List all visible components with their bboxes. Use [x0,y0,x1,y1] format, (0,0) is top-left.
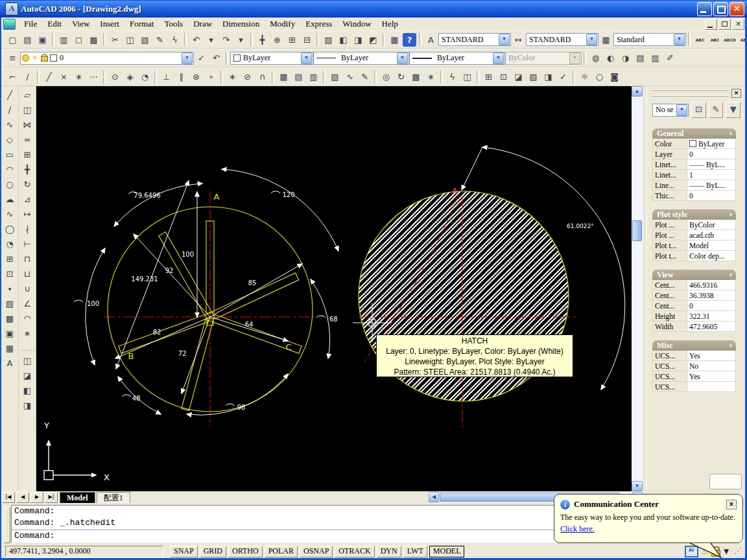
toggle-otrack[interactable]: OTRACK [335,546,374,557]
find-replace-icon[interactable]: ABC [708,33,722,47]
select-objects-button[interactable]: ✎ [709,102,724,118]
menu-tools[interactable]: Tools [159,18,188,30]
snap-parallel-icon[interactable]: ∥ [174,70,188,84]
zoom-previous-icon[interactable]: ⊟ [300,33,314,47]
line-icon[interactable]: ╱ [3,88,17,102]
bring-above-objects-icon[interactable]: ◧ [21,384,34,397]
lineweight-combo[interactable]: ByLayer ▼ [409,52,505,65]
chevron-down-icon[interactable]: ▼ [182,52,193,64]
snap-node-icon[interactable]: ∘ [204,70,218,84]
multiline-text-icon[interactable]: A [3,356,17,370]
copy-icon[interactable]: ◫ [123,33,137,47]
first-tab-icon[interactable]: |◀ [2,492,15,503]
chevron-down-icon[interactable]: ▼ [674,34,685,45]
toggle-polar[interactable]: POLAR [265,546,298,557]
menu-view[interactable]: View [67,18,95,30]
zoom-realtime-icon[interactable]: ⊕ [270,33,284,47]
region-icon[interactable]: ▣ [3,327,17,340]
snap-nearest-icon[interactable]: ∗ [226,70,239,84]
property-value-plot-t[interactable]: Color dep... [687,251,736,261]
next-tab-icon[interactable]: ▶ [30,492,43,503]
polyline-icon[interactable]: ∿ [3,118,17,132]
property-value-width[interactable]: 472.9605 [687,321,736,332]
command-window-grip[interactable] [4,507,10,543]
table-style-combo[interactable]: Standard ▼ [613,33,686,46]
sheet-set-manager-icon[interactable]: ◨ [351,33,365,47]
collapse-chevron-icon[interactable]: » [725,274,735,277]
chamfer-icon[interactable]: ∠ [21,297,34,310]
toggle-grid[interactable]: GRID [200,546,226,557]
arc-icon[interactable]: ◠ [3,163,17,176]
redo-list-icon[interactable]: ▾ [234,33,248,47]
bring-to-front-icon[interactable]: ◫ [21,354,34,368]
menu-window[interactable]: Window [337,18,376,30]
ellipse-arc-icon[interactable]: ◔ [3,237,17,251]
undo-icon[interactable]: ↶ [189,33,203,47]
construction-line-icon[interactable]: ∕ [3,103,17,117]
menu-file[interactable]: File [19,18,42,30]
toggle-ortho[interactable]: ORTHO [228,546,263,557]
section-header-view[interactable]: View» [652,270,736,280]
collapse-chevron-icon[interactable]: » [725,213,735,216]
section-header-general[interactable]: General» [652,128,736,139]
layer-previous-icon[interactable]: ↶ [209,51,223,65]
chevron-down-icon[interactable]: ▼ [586,34,597,45]
trim-icon[interactable]: ∤ [21,222,34,236]
explode-icon[interactable]: ∗ [21,327,34,340]
chevron-down-icon[interactable]: ▼ [676,104,687,116]
circle-icon[interactable]: ○ [3,178,17,191]
chevron-down-icon[interactable]: ▼ [301,52,312,64]
redraw-icon[interactable]: ∗ [424,70,438,84]
snap-insert-icon[interactable]: ⊛ [189,70,203,84]
make-object-layer-current-icon[interactable]: ✓ [195,51,208,65]
property-value-ucs[interactable]: Yes [687,371,736,382]
menu-format[interactable]: Format [124,18,160,30]
snap-apparent-intersection-icon[interactable]: ∗ [72,70,86,84]
field-icon[interactable]: ▤ [292,70,305,84]
point-icon[interactable]: ∙ [3,282,17,296]
new-drawing-icon[interactable]: ▢ [6,33,19,47]
padlock-icon[interactable]: ◙ [608,70,621,84]
dim-style-combo[interactable]: STANDARD ▼ [526,33,599,46]
property-value-linet[interactable]: —— ByL... [687,159,736,170]
menu-draw[interactable]: Draw [188,18,217,30]
properties-palette-icon[interactable]: ▨ [322,33,335,47]
property-value-ucs[interactable] [687,382,736,392]
help-icon[interactable]: ? [403,33,416,47]
menu-insert[interactable]: Insert [95,18,124,30]
minimize-button[interactable] [697,2,712,16]
tab-model[interactable]: Model [60,492,95,503]
markup-set-manager-icon[interactable]: ◩ [366,33,380,47]
property-value-plot[interactable]: ByColor [687,220,736,230]
layer-isolate-icon[interactable]: ◐ [604,51,617,65]
palette-drag-handle[interactable] [652,89,729,97]
make-block-icon[interactable]: ⊞ [482,70,495,84]
open-icon[interactable]: ▤ [21,33,34,47]
mdi-minimize-button[interactable] [705,19,717,30]
layer-combo[interactable]: ☀ 0 ▼ [20,52,194,65]
ellipse-icon[interactable]: ◯ [3,222,17,236]
snap-intersection-icon[interactable]: × [57,70,71,84]
snap-center-icon[interactable]: ⊙ [108,70,122,84]
vertical-scroll-thumb[interactable] [632,220,642,241]
balloon-close-button[interactable]: × [726,500,737,509]
revision-cloud-icon[interactable]: ☁ [3,192,17,206]
scroll-down-icon[interactable]: ▼ [632,481,643,491]
break-at-point-icon[interactable]: ⊓ [21,252,34,266]
chevron-down-icon[interactable]: ▼ [493,52,504,64]
text-style-combo[interactable]: STANDARD ▼ [438,33,511,46]
toggle-model[interactable]: MODEL [429,546,465,557]
polyline-edit-icon[interactable]: ∿ [343,70,357,84]
property-value-cent[interactable]: 0 [687,301,736,311]
change-to-current-layer-icon[interactable]: ✐ [663,51,677,65]
plot-preview-icon[interactable]: ◻ [72,33,86,47]
publish-icon[interactable]: ▩ [87,33,101,47]
extend-icon[interactable]: ⊢ [21,237,34,251]
tab-layout1[interactable]: 配置1 [97,492,130,503]
canvas-vertical-scrollbar[interactable]: ▲ ▼ [632,86,643,491]
coordinate-readout[interactable]: 497.7411, 3.2904 , 0.0000 [5,546,163,557]
property-value-ucs[interactable]: No [687,361,736,371]
toggle-pickadd-button[interactable]: ▼ [726,102,741,118]
break-icon[interactable]: ⊔ [21,267,34,281]
snap-from-icon[interactable]: ⌐ [6,70,19,84]
